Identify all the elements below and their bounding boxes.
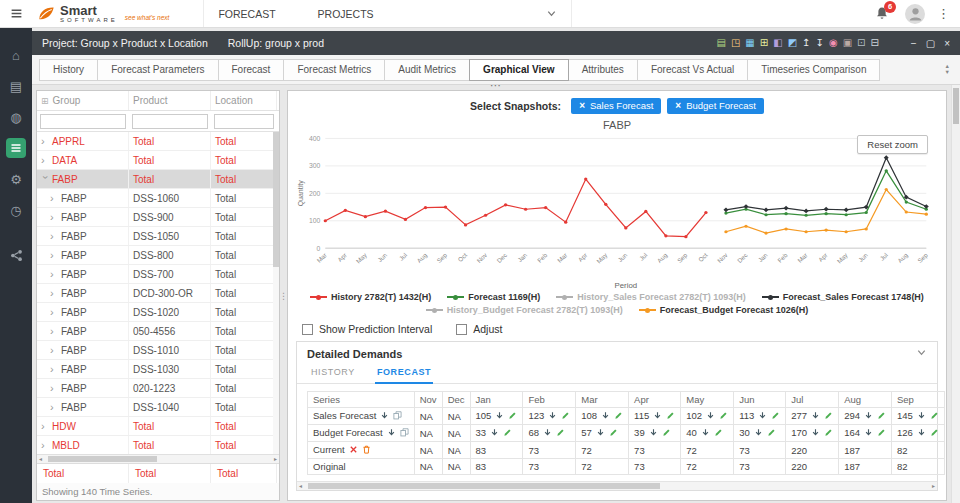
collapse-chevron-icon[interactable] <box>916 347 927 360</box>
minimize-icon[interactable]: − <box>911 38 917 49</box>
add-icon[interactable]: ⊞ <box>760 38 768 48</box>
edit-icon[interactable]: ◳ <box>731 38 740 48</box>
tree-row[interactable]: ›FABPDSS-1040Total <box>37 398 279 417</box>
delete-icon[interactable] <box>362 445 371 456</box>
scroll-left-icon[interactable]: ◂ <box>299 483 302 489</box>
edit-icon[interactable] <box>767 428 776 439</box>
download-icon[interactable]: ↧ <box>816 38 824 48</box>
tab-attributes[interactable]: Attributes <box>568 59 638 81</box>
decrease-icon[interactable] <box>490 428 499 439</box>
tab-history[interactable]: History <box>39 59 98 81</box>
demands-col-may[interactable]: May <box>681 392 734 408</box>
expand-icon[interactable]: › <box>50 288 58 299</box>
remove-icon[interactable] <box>349 445 358 456</box>
scroll-right-icon[interactable]: ▸ <box>932 483 935 489</box>
edit-icon[interactable] <box>662 428 671 439</box>
nav-chevron-down-icon[interactable] <box>546 8 557 19</box>
tab-forecast[interactable]: Forecast <box>218 59 285 81</box>
snapshot-icon[interactable]: ◉ <box>829 38 838 48</box>
edit-icon[interactable] <box>561 411 570 422</box>
edit-icon[interactable] <box>824 428 833 439</box>
package-icon[interactable]: ▣ <box>843 38 852 48</box>
edit-icon[interactable] <box>503 428 512 439</box>
scrollbar-thumb[interactable] <box>48 456 157 462</box>
expand-icon[interactable]: › <box>50 307 58 318</box>
tree-row[interactable]: ›FABPDSS-1030Total <box>37 360 279 379</box>
checkbox-icon[interactable] <box>456 324 467 335</box>
edit-icon[interactable] <box>508 411 517 422</box>
decrease-icon[interactable] <box>601 411 610 422</box>
expand-icon[interactable]: › <box>50 364 58 375</box>
remove-chip-icon[interactable]: × <box>579 101 585 111</box>
demands-col-jul[interactable]: Jul <box>786 392 839 408</box>
tree-row[interactable]: ›FABPTotalTotal <box>37 170 279 189</box>
decrease-icon[interactable] <box>649 428 658 439</box>
decrease-icon[interactable] <box>864 411 873 422</box>
demands-col-jan[interactable]: Jan <box>470 392 523 408</box>
scrollbar-thumb[interactable] <box>953 88 959 124</box>
demands-tab-history[interactable]: HISTORY <box>309 364 357 383</box>
decrease-icon[interactable] <box>917 411 926 422</box>
scrollbar-thumb[interactable] <box>308 483 660 489</box>
expand-all-icon[interactable]: ⊞ <box>41 96 49 106</box>
decrease-icon[interactable] <box>596 428 605 439</box>
demands-col-jun[interactable]: Jun <box>734 392 786 408</box>
demands-tab-forecast[interactable]: FORECAST <box>375 364 433 384</box>
expand-icon[interactable]: › <box>50 212 58 223</box>
tree-row[interactable]: ›FABP050-4556Total <box>37 322 279 341</box>
decrease-icon[interactable] <box>917 428 926 439</box>
decrease-icon[interactable] <box>758 411 767 422</box>
edit-icon[interactable] <box>877 411 886 422</box>
decrease-icon[interactable] <box>811 428 820 439</box>
edit-icon[interactable] <box>609 428 618 439</box>
demands-col-aug[interactable]: Aug <box>839 392 892 408</box>
reset-zoom-button[interactable]: Reset zoom <box>857 135 928 154</box>
tree-horizontal-scrollbar[interactable]: ◂ ▸ <box>37 454 279 463</box>
edit-icon[interactable] <box>824 411 833 422</box>
table-icon[interactable]: ▦ <box>745 38 754 48</box>
checkbox-icon[interactable] <box>302 324 313 335</box>
expand-icon[interactable]: › <box>50 193 58 204</box>
expand-icon[interactable]: › <box>41 155 49 166</box>
hamburger-menu-icon[interactable] <box>10 7 23 20</box>
tree-row[interactable]: ›FABP020-1223Total <box>37 379 279 398</box>
decrease-icon[interactable] <box>548 411 557 422</box>
legend-item-history-budget[interactable]: History_Budget Forecast 2782(T) 1093(H) <box>426 305 623 315</box>
tree-row[interactable]: ›FABPDSS-800Total <box>37 246 279 265</box>
tab-forecast-parameters[interactable]: Forecast Parameters <box>97 59 218 81</box>
user-avatar[interactable] <box>905 4 925 24</box>
tree-row[interactable]: ›FABPDSS-1020Total <box>37 303 279 322</box>
splitter-handle-icon[interactable]: ⋯ <box>490 81 502 89</box>
tree-row[interactable]: ›FABPDSS-1060Total <box>37 189 279 208</box>
tab-forecast-metrics[interactable]: Forecast Metrics <box>283 59 385 81</box>
copy-icon[interactable]: ⊡ <box>857 38 865 48</box>
demands-col-feb[interactable]: Feb <box>523 392 576 408</box>
expand-icon[interactable]: › <box>50 345 58 356</box>
group-filter-input[interactable] <box>40 114 126 129</box>
copy-icon[interactable] <box>393 411 402 422</box>
tree-col-group[interactable]: ⊞ Group <box>37 91 129 110</box>
tree-row[interactable]: ›FABPDSS-900Total <box>37 208 279 227</box>
remove-chip-icon[interactable]: × <box>675 101 681 111</box>
sidebar-item-projects[interactable] <box>0 137 32 159</box>
panel-splitter[interactable]: ⋮ <box>280 90 287 501</box>
notifications-button[interactable]: 6 <box>875 6 889 22</box>
kebab-menu-icon[interactable]: ⋮ <box>937 7 950 20</box>
app-logo[interactable]: Smart SOFTWARE see what's next <box>37 4 169 23</box>
decrease-icon[interactable] <box>811 411 820 422</box>
sidebar-item-home[interactable]: ⌂ <box>0 44 32 66</box>
tree-total-row[interactable]: Total Total Total <box>37 463 279 483</box>
expand-icon[interactable]: › <box>41 440 49 451</box>
download-icon[interactable] <box>380 411 389 422</box>
sidebar-item-dashboard[interactable]: ▤ <box>0 75 32 97</box>
legend-item-history[interactable]: History 2782(T) 1432(H) <box>310 292 431 302</box>
demands-horizontal-scrollbar[interactable]: ◂ ▸ <box>297 481 937 490</box>
edit-icon[interactable] <box>556 428 565 439</box>
expand-icon[interactable]: › <box>41 136 49 147</box>
settings-icon[interactable]: ⊟ <box>870 38 878 48</box>
product-filter-input[interactable] <box>132 114 208 129</box>
decrease-icon[interactable] <box>543 428 552 439</box>
upload-icon[interactable]: ↥ <box>802 38 810 48</box>
tree-row[interactable]: ›FABPDSS-1010Total <box>37 341 279 360</box>
download-icon[interactable] <box>387 428 396 439</box>
